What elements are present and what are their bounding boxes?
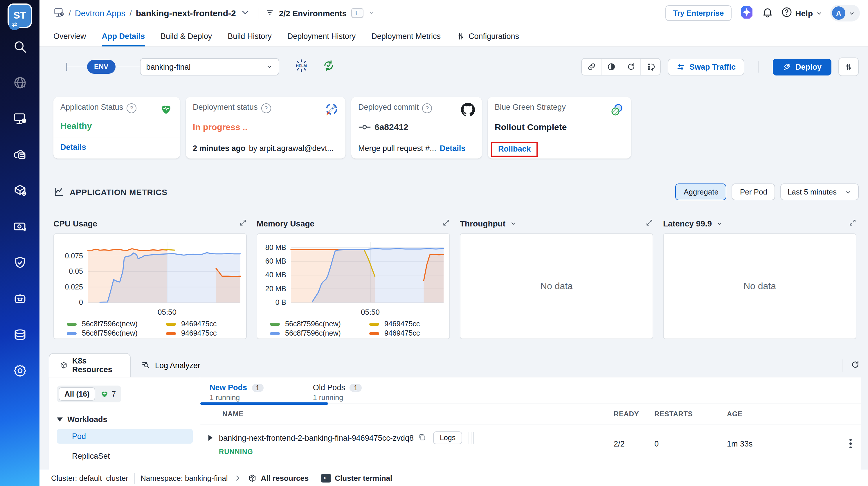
- rotate-pods-icon[interactable]: [622, 59, 641, 75]
- per-pod-toggle[interactable]: Per Pod: [732, 183, 775, 200]
- latency-chevron-icon[interactable]: [716, 220, 723, 227]
- chatbot-icon[interactable]: [12, 292, 27, 308]
- app-logo[interactable]: ST ⇄: [7, 3, 32, 30]
- healthy-heart-icon: [100, 390, 110, 398]
- tab-overview[interactable]: Overview: [54, 26, 86, 47]
- app-details-content: ENV banking-final HELM: [39, 47, 868, 470]
- sliders-icon: [456, 32, 465, 41]
- help-circle-icon[interactable]: ?: [261, 103, 271, 113]
- col-restarts-header[interactable]: RESTARTS: [654, 410, 727, 418]
- log-search-icon: [141, 361, 150, 370]
- environment-select[interactable]: banking-final: [140, 58, 279, 75]
- tab-new-pods[interactable]: New Pods1 1 running: [210, 383, 264, 403]
- copy-icon[interactable]: [418, 433, 427, 443]
- notifications-bell-icon[interactable]: [762, 6, 773, 20]
- env-pill: ENV: [87, 60, 115, 74]
- col-name-header[interactable]: NAME: [222, 410, 614, 418]
- cluster-label[interactable]: Cluster: default_cluster: [51, 474, 128, 483]
- new-pods-running: 1 running: [210, 394, 264, 402]
- namespace-label[interactable]: Namespace: banking-final: [141, 474, 228, 483]
- search-icon[interactable]: [12, 39, 27, 56]
- application-status-card: Application Status ? Healthy Details: [54, 97, 180, 158]
- tab-log-analyzer[interactable]: Log Analyzer: [131, 354, 211, 377]
- applications-icon[interactable]: [12, 112, 27, 128]
- row-menu-kebab-icon[interactable]: [840, 439, 861, 449]
- try-enterprise-button[interactable]: Try Enterprise: [665, 5, 731, 21]
- expand-icon[interactable]: [849, 219, 857, 228]
- app-switcher-chevron-icon[interactable]: [240, 7, 251, 20]
- expand-icon[interactable]: [239, 219, 247, 228]
- sync-status-icon[interactable]: [322, 59, 335, 74]
- github-icon: [461, 103, 475, 118]
- swap-traffic-button[interactable]: Swap Traffic: [668, 58, 744, 75]
- ai-sparkle-icon[interactable]: [739, 4, 754, 22]
- throughput-chart: No data: [460, 234, 653, 339]
- expand-icon[interactable]: [646, 219, 653, 228]
- database-sync-icon[interactable]: [12, 328, 27, 344]
- tab-k8s-resources[interactable]: K8s Resources: [49, 353, 131, 377]
- throughput-chevron-icon[interactable]: [509, 220, 517, 227]
- legend-swatch: [270, 323, 280, 326]
- breadcrumb-apps-link[interactable]: Devtron Apps: [75, 8, 125, 18]
- tab-deployment-history[interactable]: Deployment History: [287, 26, 356, 47]
- help-circle-icon[interactable]: ?: [127, 103, 136, 113]
- tab-configurations[interactable]: Configurations: [456, 26, 519, 47]
- app-breadcrumb-icon: [54, 7, 64, 20]
- avatar: A: [832, 6, 845, 20]
- settings-gear-icon[interactable]: [12, 363, 27, 380]
- time-range-select[interactable]: Last 5 minutes: [781, 183, 859, 200]
- chart-store-icon[interactable]: [12, 183, 27, 200]
- environment-summary[interactable]: 2/2 Environments F: [266, 8, 375, 18]
- help-menu[interactable]: Help: [781, 6, 823, 20]
- security-icon[interactable]: [12, 255, 27, 272]
- legend-label: 9469475cc: [181, 320, 217, 328]
- help-circle-icon[interactable]: ?: [423, 103, 432, 113]
- commit-details-link[interactable]: Details: [440, 144, 466, 153]
- tab-old-pods[interactable]: Old Pods1 1 running: [313, 383, 362, 403]
- expand-icon[interactable]: [442, 219, 450, 228]
- deployment-status-value: In progress ..: [193, 122, 339, 132]
- tab-app-details[interactable]: App Details: [102, 26, 145, 47]
- tab-build-deploy[interactable]: Build & Deploy: [160, 26, 212, 47]
- logs-button[interactable]: Logs: [433, 431, 462, 444]
- tab-deployment-metrics[interactable]: Deployment Metrics: [371, 26, 441, 47]
- filter-all-pill[interactable]: All (16): [59, 387, 95, 401]
- col-ready-header[interactable]: READY: [614, 410, 654, 418]
- svg-text:0.025: 0.025: [65, 283, 83, 291]
- tree-group-workloads[interactable]: Workloads: [57, 415, 193, 424]
- refresh-icon[interactable]: [850, 360, 860, 372]
- healthy-filter[interactable]: 7: [100, 390, 119, 398]
- cloud-resources-icon[interactable]: [12, 148, 27, 164]
- global-config-icon[interactable]: [12, 75, 27, 92]
- pod-table-row[interactable]: banking-next-frontend-2-banking-final-94…: [200, 424, 861, 462]
- help-label: Help: [795, 8, 813, 18]
- col-age-header[interactable]: AGE: [727, 410, 840, 418]
- all-resources-link[interactable]: All resources: [248, 474, 309, 483]
- app-nav-tabs: Overview App Details Build & Deploy Buil…: [39, 26, 868, 47]
- expand-caret-icon[interactable]: [209, 435, 213, 441]
- rollback-link[interactable]: Rollback: [498, 145, 531, 153]
- deploy-button[interactable]: Deploy: [773, 58, 831, 75]
- status-details-link[interactable]: Details: [60, 143, 86, 152]
- helm-icon: HELM: [294, 59, 308, 75]
- tree-item-replicaset[interactable]: ReplicaSet: [57, 449, 193, 463]
- aggregate-toggle[interactable]: Aggregate: [676, 183, 726, 200]
- account-menu[interactable]: A: [830, 5, 860, 22]
- legend-swatch: [270, 332, 280, 335]
- deployment-settings-icon[interactable]: [838, 58, 859, 76]
- cost-visibility-icon[interactable]: [12, 219, 27, 236]
- svg-text:80 MB: 80 MB: [265, 243, 286, 251]
- environment-bar: ENV banking-final HELM: [54, 59, 859, 75]
- usage-doughnut-icon[interactable]: [602, 59, 622, 75]
- cpu-usage-chart: 00.0250.050.07505:50 56c8f7596c(new) 946…: [54, 234, 247, 339]
- svg-text:0: 0: [79, 298, 83, 306]
- card-title: Deployed commit: [358, 103, 419, 112]
- environment-chevron-icon[interactable]: [368, 8, 375, 18]
- hibernate-icon[interactable]: [641, 59, 660, 75]
- cluster-terminal-link[interactable]: >_ Cluster terminal: [321, 474, 392, 483]
- app-link-icon[interactable]: [582, 59, 602, 75]
- svg-text:05:50: 05:50: [361, 308, 380, 316]
- tree-item-pod[interactable]: Pod: [57, 429, 193, 444]
- cpu-chart-title: CPU Usage: [54, 219, 97, 228]
- tab-build-history[interactable]: Build History: [227, 26, 272, 47]
